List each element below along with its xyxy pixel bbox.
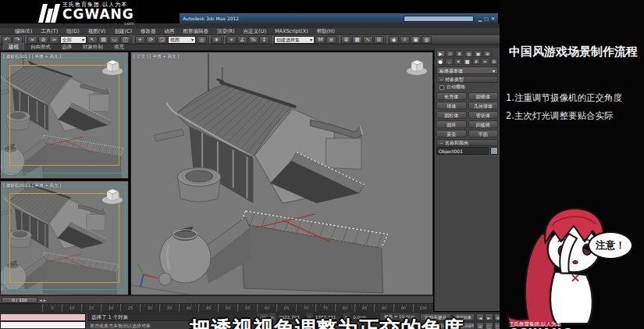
select-object-icon[interactable]: ↖: [87, 36, 98, 44]
track-bar[interactable]: 5 10 15 20 25 30 35 40 45 50 55 60 65 70…: [0, 303, 433, 312]
material-editor-icon[interactable]: ◉: [389, 36, 399, 44]
maximize-icon[interactable]: □: [484, 16, 489, 22]
motion-tab-icon[interactable]: ◍: [464, 50, 473, 57]
menu-graph-editors[interactable]: 图形编辑器: [180, 28, 213, 35]
snap-toggle-icon[interactable]: ⌖: [226, 36, 237, 44]
curve-editor-icon[interactable]: ∿: [363, 36, 373, 44]
create-tab-icon[interactable]: ▶: [436, 50, 445, 57]
checkbox-icon[interactable]: [439, 85, 444, 90]
reference-coordinate-dropdown[interactable]: 视图▾: [168, 36, 196, 44]
helpers-icon[interactable]: #: [472, 58, 480, 65]
menu-group[interactable]: 组(G): [62, 28, 84, 35]
utilities-tab-icon[interactable]: ⊕: [483, 50, 492, 57]
infocenter-searchbox[interactable]: [404, 16, 474, 22]
named-selection-sets-dropdown[interactable]: 创建选择集▾: [274, 36, 315, 44]
app-titlebar[interactable]: Autodesk 3ds Max 2012 ▁ □ ✕: [180, 13, 498, 23]
modify-tab-icon[interactable]: ⊙: [446, 50, 454, 57]
maxscript-mini-listener-white[interactable]: [0, 321, 86, 329]
layer-manager-icon[interactable]: ≣: [341, 36, 351, 44]
maxscript-mini-listener-pink[interactable]: [0, 313, 86, 321]
spacewarps-icon[interactable]: ≈: [481, 58, 489, 65]
menu-edit[interactable]: 编辑(E): [11, 28, 36, 35]
ribbon-tab-modeling[interactable]: 建模: [3, 43, 24, 50]
object-color-swatch[interactable]: [490, 147, 498, 155]
menu-modifiers[interactable]: 修改器: [137, 28, 160, 35]
teapot-button[interactable]: 茶壶: [436, 130, 467, 138]
link-icon[interactable]: ∞: [27, 36, 37, 44]
render-icon[interactable]: ◍: [422, 36, 432, 44]
move-icon[interactable]: +: [135, 36, 145, 44]
viewport-camera-bottom[interactable]: [ 摄影机002 ] [ 平滑 + 高光 ]: [0, 181, 129, 295]
selection-filter-dropdown[interactable]: 全部▾: [60, 36, 87, 44]
mirror-icon[interactable]: M: [315, 36, 326, 44]
viewport-main-orthographic[interactable]: [ 正交 ] [ 平滑 + 高光 ]: [130, 52, 433, 295]
menu-create[interactable]: 创建(C): [110, 28, 136, 35]
bind-spacewarp-icon[interactable]: ≈: [49, 36, 59, 44]
frame-tick: 25: [120, 304, 140, 312]
plane-button[interactable]: 平面: [468, 130, 499, 138]
menu-help[interactable]: 帮助(H): [313, 28, 339, 35]
menu-views[interactable]: 视图(V): [84, 28, 110, 35]
manipulate-icon[interactable]: ∗: [212, 36, 222, 44]
autogrid-checkbox[interactable]: 自动栅格: [439, 84, 498, 91]
unlink-icon[interactable]: ⊘: [38, 36, 48, 44]
time-slider-track[interactable]: 0 / 100 ◄ ►: [0, 295, 433, 303]
spinner-snap-icon[interactable]: ↕: [259, 36, 269, 44]
display-tab-icon[interactable]: ▣: [474, 50, 482, 57]
menu-tools[interactable]: 工具(T): [37, 28, 62, 35]
viewcube-icon[interactable]: [405, 56, 429, 77]
ribbon-tab-selection[interactable]: 选择: [57, 44, 76, 50]
scale-icon[interactable]: ◲: [157, 36, 167, 44]
viewport-label[interactable]: [ 正交 ] [ 平滑 + 高光 ]: [133, 54, 179, 59]
angle-snap-icon[interactable]: ∠: [237, 36, 247, 44]
time-slider-arrows-icon[interactable]: ◄ ►: [39, 298, 46, 302]
geometry-icon[interactable]: ●: [436, 58, 444, 65]
object-name-field[interactable]: Object001: [436, 147, 489, 155]
use-center-icon[interactable]: ◎: [197, 36, 207, 44]
render-setup-icon[interactable]: ☼: [400, 36, 410, 44]
box-button[interactable]: 长方体: [436, 92, 467, 100]
cameras-icon[interactable]: ■: [463, 58, 471, 65]
percent-snap-icon[interactable]: %: [248, 36, 258, 44]
graphite-ribbon-icon[interactable]: ▦: [352, 36, 362, 44]
hierarchy-tab-icon[interactable]: ≣: [455, 50, 464, 57]
time-slider-handle[interactable]: 0 / 100: [2, 297, 37, 303]
ribbon-tab-freeform[interactable]: 自由形式: [26, 44, 55, 50]
lights-icon[interactable]: ☀: [454, 58, 462, 65]
viewport-label[interactable]: [ 摄影机002 ] [ 平滑 + 高光 ]: [3, 183, 61, 188]
close-icon[interactable]: ✕: [491, 16, 495, 22]
rotate-icon[interactable]: ⟳: [146, 36, 156, 44]
systems-icon[interactable]: ⊛: [490, 58, 498, 65]
viewport-camera-top[interactable]: [ 摄影机001 ] [ 平滑 + 高光 ]: [0, 52, 129, 179]
ribbon-tab-object-paint[interactable]: 对象绘制: [78, 44, 108, 50]
align-icon[interactable]: ≡: [326, 36, 336, 44]
rollout-object-type[interactable]: − 对象类型: [436, 76, 498, 83]
viewport-label[interactable]: [ 摄影机001 ] [ 平滑 + 高光 ]: [3, 54, 61, 59]
primitive-category-dropdown[interactable]: 标准基本体▾: [436, 66, 498, 74]
menu-maxscript[interactable]: MAXScript(X): [271, 28, 312, 34]
cone-button[interactable]: 圆锥体: [468, 92, 499, 100]
selection-region-icon[interactable]: ▭: [109, 36, 119, 44]
menu-customize[interactable]: 自定义(U): [240, 28, 270, 35]
torus-button[interactable]: 圆环: [436, 120, 467, 128]
minimize-icon[interactable]: ▁: [479, 16, 482, 22]
sphere-button[interactable]: 球体: [436, 102, 467, 109]
viewcube-icon[interactable]: [101, 56, 124, 77]
redo-icon[interactable]: ↷: [12, 36, 23, 44]
pyramid-button[interactable]: 四棱锥: [468, 120, 499, 128]
select-by-name-icon[interactable]: ▤: [98, 36, 109, 44]
cylinder-button[interactable]: 圆柱体: [436, 111, 467, 119]
rollout-name-color[interactable]: − 名称和颜色: [436, 139, 498, 146]
tube-button[interactable]: 管状体: [468, 111, 499, 119]
frame-tick: 50: [218, 304, 237, 312]
undo-icon[interactable]: ↶: [2, 36, 12, 44]
shapes-icon[interactable]: ◇: [445, 58, 453, 65]
rendered-frame-icon[interactable]: ▣: [411, 36, 421, 44]
menu-rendering[interactable]: 渲染(R): [213, 28, 239, 35]
schematic-view-icon[interactable]: ⊞: [374, 36, 384, 44]
menu-animation[interactable]: 动画: [161, 28, 179, 35]
ribbon-tab-populate[interactable]: 填充: [109, 44, 129, 50]
geosphere-button[interactable]: 几何球体: [468, 102, 499, 109]
viewcube-icon[interactable]: [101, 185, 124, 206]
window-crossing-icon[interactable]: ◫: [120, 36, 130, 44]
